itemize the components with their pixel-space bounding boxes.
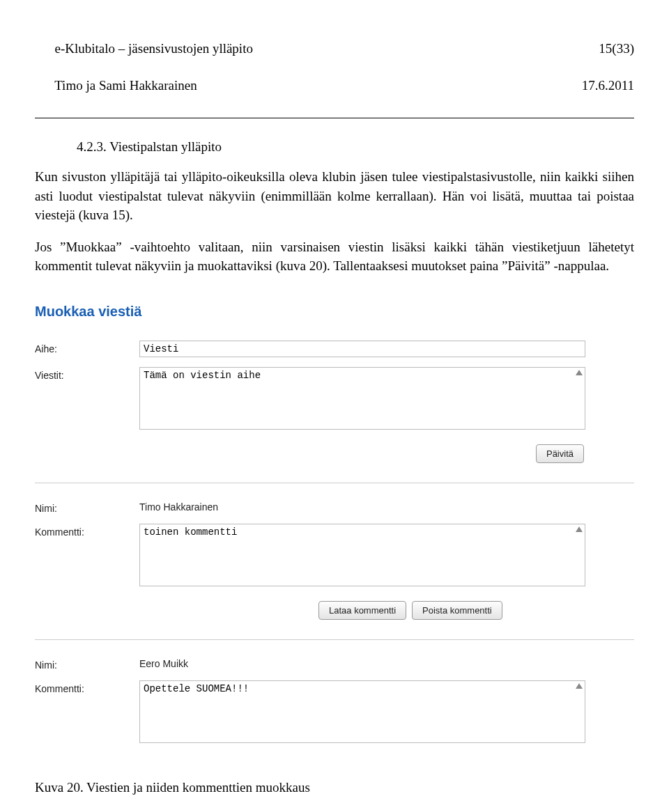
nimi-label-1: Nimi: [35, 500, 139, 514]
form-divider-1 [35, 483, 634, 483]
form-divider-2 [35, 639, 634, 640]
page-header: e-Klubitalo – jäsensivustojen ylläpito T… [35, 21, 634, 114]
kommentti-label-1: Kommentti: [35, 524, 139, 538]
header-title: e-Klubitalo – jäsensivustojen ylläpito [55, 41, 253, 56]
lataa-kommentti-button-1[interactable]: Lataa kommentti [318, 601, 406, 620]
aihe-label: Aihe: [35, 341, 139, 354]
figure-caption: Kuva 20. Viestien ja niiden kommenttien … [35, 780, 634, 795]
paragraph-2: Jos ”Muokkaa” -vaihtoehto valitaan, niin… [35, 237, 634, 276]
header-page-number: 15(33) [599, 41, 634, 56]
form-title: Muokkaa viestiä [35, 304, 634, 320]
comment1-textarea[interactable] [139, 524, 585, 586]
paragraph-1: Kun sivuston ylläpitäjä tai ylläpito-oik… [35, 167, 634, 225]
paivita-button[interactable]: Päivitä [536, 444, 584, 463]
comment2-name: Eero Muikk [139, 657, 634, 669]
comment2-textarea[interactable] [139, 680, 585, 743]
comment1-name: Timo Hakkarainen [139, 500, 634, 513]
header-authors: Timo ja Sami Hakkarainen [54, 78, 197, 93]
header-divider [35, 118, 634, 118]
poista-kommentti-button-1[interactable]: Poista kommentti [412, 601, 502, 620]
kommentti-label-2: Kommentti: [35, 680, 139, 694]
edit-message-form: Muokkaa viestiä Aihe: Viestit: Päivitä N… [35, 304, 634, 745]
viestit-textarea[interactable] [139, 367, 585, 430]
nimi-label-2: Nimi: [35, 657, 139, 671]
section-heading: 4.2.3. Viestipalstan ylläpito [77, 139, 634, 155]
header-date: 17.6.2011 [582, 78, 634, 93]
viestit-label: Viestit: [35, 367, 139, 381]
aihe-input[interactable] [139, 341, 585, 357]
